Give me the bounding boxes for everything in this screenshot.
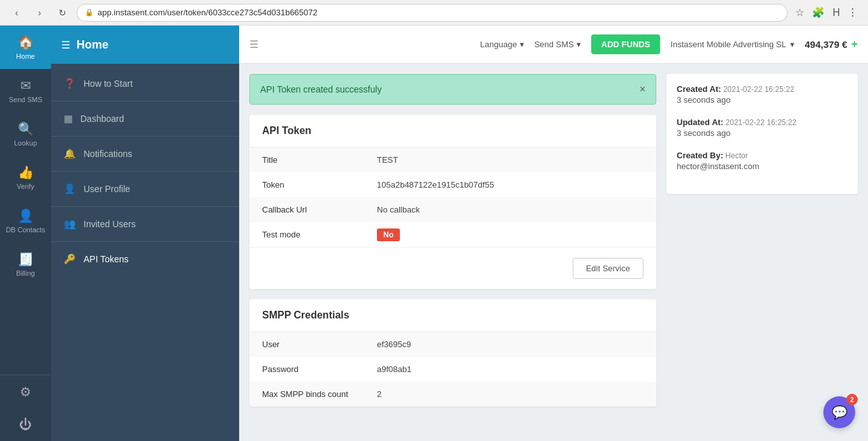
field-value-title: TEST	[364, 147, 656, 172]
sidebar-item-lookup[interactable]: 🔍 Lookup	[0, 112, 51, 156]
home-icon: 🏠	[18, 34, 34, 50]
chat-bubble[interactable]: 💬 2	[823, 396, 855, 428]
notifications-icon: 🔔	[64, 148, 76, 160]
balance-display: 494,379 € +	[805, 38, 858, 51]
how-to-start-icon: ❓	[64, 78, 76, 89]
sidebar-nav-user-profile[interactable]: 👤 User Profile	[51, 174, 239, 204]
smpp-card: SMPP Credentials User ef3695c9 Password …	[249, 299, 656, 407]
sidebar-nav-dashboard[interactable]: ▦ Dashboard	[51, 104, 239, 133]
sidebar-home-label: Home	[16, 52, 34, 60]
sidebar-nav-how-to-start[interactable]: ❓ How to Start	[51, 69, 239, 98]
sidebar-nav-invited-users[interactable]: 👥 Invited Users	[51, 209, 239, 239]
smpp-binds-value: 2	[364, 382, 656, 407]
app-container: 🏠 Home ✉ Send SMS 🔍 Lookup 👍 Verify 👤 DB…	[0, 26, 868, 441]
success-message: API Token created successfuly	[260, 84, 381, 94]
card-footer: Edit Service	[249, 247, 656, 289]
edit-service-button[interactable]: Edit Service	[573, 258, 644, 279]
browser-actions: ☆ 🧩 H ⋮	[793, 4, 860, 21]
sidebar-nav-api-tokens[interactable]: 🔑 API Tokens	[51, 244, 239, 274]
send-sms-label: Send SMS	[534, 40, 574, 49]
nav-divider-3	[51, 171, 239, 172]
nav-divider-5	[51, 241, 239, 242]
sidebar-item-billing[interactable]: 🧾 Billing	[0, 243, 51, 286]
smpp-binds-label: Max SMPP binds count	[249, 382, 364, 407]
sidebar-item-send-sms[interactable]: ✉ Send SMS	[0, 69, 51, 112]
sidebar-nav-notifications[interactable]: 🔔 Notifications	[51, 139, 239, 168]
top-header: ☰ Language ▾ Send SMS ▾ ADD FUNDS Instas…	[239, 26, 868, 64]
balance-plus-button[interactable]: +	[851, 38, 858, 51]
created-by-row: Created By: Hector hector@instasent.com	[677, 151, 848, 171]
created-at-ago: 3 seconds ago	[677, 95, 848, 105]
created-by-email: hector@instasent.com	[677, 161, 848, 171]
user-profile-icon: 👤	[64, 183, 76, 195]
invited-users-icon: 👥	[64, 218, 76, 230]
sidebar-item-verify[interactable]: 👍 Verify	[0, 156, 51, 199]
sidebar-send-sms-label: Send SMS	[9, 96, 43, 103]
logout-icon: ⏻	[19, 417, 32, 432]
smpp-password-value: a9f08ab1	[364, 357, 656, 382]
sidebar-item-settings[interactable]: ⚙	[0, 375, 51, 408]
updated-at-label: Updated At: 2021-02-22 16:25:22	[677, 117, 848, 127]
nav-divider-4	[51, 206, 239, 207]
test-mode-badge: No	[377, 228, 400, 241]
top-header-right: Language ▾ Send SMS ▾ ADD FUNDS Instasen…	[480, 34, 858, 54]
icon-sidebar: 🏠 Home ✉ Send SMS 🔍 Lookup 👍 Verify 👤 DB…	[0, 26, 51, 441]
more-button[interactable]: ⋮	[845, 4, 860, 21]
dashboard-icon: ▦	[64, 113, 73, 124]
updated-at-ago: 3 seconds ago	[677, 128, 848, 138]
sidebar-menu-icon[interactable]: ☰	[61, 39, 70, 51]
sidebar-lookup-label: Lookup	[14, 139, 37, 147]
updated-at-date: 2021-02-22 16:25:22	[726, 118, 797, 127]
sidebar-item-logout[interactable]: ⏻	[0, 408, 51, 441]
main-content: ☰ Language ▾ Send SMS ▾ ADD FUNDS Instas…	[239, 26, 868, 441]
success-close-button[interactable]: ×	[640, 84, 645, 95]
sidebar-item-home[interactable]: 🏠 Home	[0, 26, 51, 69]
created-by-name: Hector	[725, 151, 747, 160]
add-funds-button[interactable]: ADD FUNDS	[591, 34, 661, 54]
created-at-row: Created At: 2021-02-22 16:25:22 3 second…	[677, 84, 848, 105]
api-token-table: Title TEST Token 105a2b487122e1915c1b07d…	[249, 147, 656, 247]
success-banner: API Token created successfuly ×	[249, 74, 656, 105]
field-value-testmode: No	[364, 222, 656, 247]
refresh-button[interactable]: ↻	[54, 4, 71, 22]
account-name: Instasent Mobile Advertising SL	[670, 40, 786, 49]
lock-icon: 🔒	[85, 8, 94, 17]
side-column: Created At: 2021-02-22 16:25:22 3 second…	[666, 74, 858, 431]
notifications-label: Notifications	[84, 149, 132, 159]
extensions-button[interactable]: 🧩	[809, 4, 827, 21]
language-button[interactable]: Language ▾	[480, 40, 524, 49]
smpp-user-label: User	[249, 332, 364, 357]
how-to-start-label: How to Start	[84, 78, 133, 89]
text-sidebar: ☰ Home ❓ How to Start ▦ Dashboard 🔔 Noti…	[51, 26, 239, 441]
sidebar-db-label: DB Contacts	[6, 226, 45, 234]
top-menu-toggle[interactable]: ☰	[249, 38, 258, 50]
page-body: API Token created successfuly × API Toke…	[239, 64, 868, 441]
field-label-title: Title	[249, 147, 364, 172]
browser-bar: ‹ › ↻ 🔒 app.instasent.com/user/token/603…	[0, 0, 868, 26]
smpp-title: SMPP Credentials	[249, 299, 656, 332]
api-tokens-label: API Tokens	[84, 254, 129, 264]
api-token-card: API Token Title TEST Token 105a2b487122e…	[249, 115, 656, 289]
smpp-user-value: ef3695c9	[364, 332, 656, 357]
chat-badge: 2	[846, 394, 858, 405]
address-bar[interactable]: 🔒 app.instasent.com/user/token/6033cce27…	[77, 4, 788, 22]
url-text: app.instasent.com/user/token/6033cce273c…	[98, 8, 318, 17]
lookup-icon: 🔍	[18, 121, 34, 137]
dashboard-label: Dashboard	[80, 114, 124, 124]
sidebar-billing-label: Billing	[16, 269, 34, 277]
back-button[interactable]: ‹	[8, 4, 26, 22]
sidebar-item-db-contacts[interactable]: 👤 DB Contacts	[0, 199, 51, 243]
table-row: Max SMPP binds count 2	[249, 382, 656, 407]
forward-button[interactable]: ›	[31, 4, 48, 22]
send-sms-button[interactable]: Send SMS ▾	[534, 40, 581, 49]
account-selector[interactable]: Instasent Mobile Advertising SL ▾	[670, 40, 794, 49]
sidebar-nav: ❓ How to Start ▦ Dashboard 🔔 Notificatio…	[51, 64, 239, 441]
main-column: API Token created successfuly × API Toke…	[249, 74, 656, 431]
table-row: Title TEST	[249, 147, 656, 172]
table-row: Token 105a2b487122e1915c1b07df55	[249, 172, 656, 197]
language-label: Language	[480, 40, 517, 49]
sidebar-verify-label: Verify	[17, 183, 34, 190]
profile-button[interactable]: H	[830, 4, 842, 21]
api-tokens-icon: 🔑	[64, 253, 76, 265]
bookmark-button[interactable]: ☆	[793, 4, 807, 21]
